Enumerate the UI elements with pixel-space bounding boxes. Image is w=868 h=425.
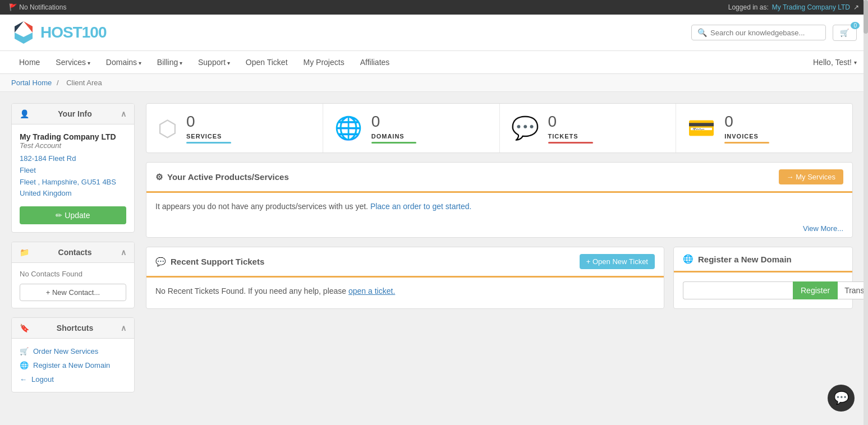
support-icon: 💬: [155, 257, 166, 267]
external-link-icon: ↗: [853, 3, 859, 11]
support-header: 💬 Recent Support Tickets + Open New Tick…: [146, 247, 664, 278]
svg-marker-1: [15, 21, 24, 33]
cart-button[interactable]: 🛒 0: [833, 25, 857, 41]
shortcuts-list: 🛒 Order New Services 🌐 Register a New Do…: [12, 339, 134, 392]
svg-marker-2: [15, 33, 33, 44]
no-contacts-text: No Contacts Found: [20, 270, 126, 278]
domain-search-row: Register Transfer: [683, 281, 843, 299]
shortcuts-header: 🔖 Shortcuts ∧: [12, 318, 134, 339]
nav-my-projects[interactable]: My Projects: [296, 51, 352, 73]
stat-tickets-info: 0 TICKETS: [548, 113, 593, 144]
stat-services[interactable]: ⬡ 0 SERVICES: [146, 104, 323, 153]
shortcuts-chevron[interactable]: ∧: [121, 324, 126, 332]
hello-user[interactable]: Hello, Test!: [813, 58, 857, 67]
domain-icon: 🌐: [683, 254, 694, 264]
services-label: SERVICES: [186, 133, 231, 140]
stat-domains-info: 0 DOMAINS: [371, 113, 416, 144]
products-header: ⚙ Your Active Products/Services → My Ser…: [146, 163, 852, 193]
shortcut-logout[interactable]: ← Logout: [20, 372, 126, 386]
header-right: 🔍 🛒 0: [691, 25, 857, 41]
your-info-panel: 👤 Your Info ∧ My Trading Company LTD Tes…: [11, 103, 135, 233]
your-info-chevron[interactable]: ∧: [121, 109, 126, 118]
your-info-header: 👤 Your Info ∧: [12, 104, 134, 124]
contacts-panel: 📁 Contacts ∧ No Contacts Found + New Con…: [11, 242, 135, 308]
view-more-link[interactable]: View More...: [803, 224, 843, 233]
breadcrumb: Portal Home / Client Area: [0, 74, 868, 92]
new-contact-button[interactable]: + New Contact...: [20, 284, 126, 301]
invoices-icon: 💳: [687, 115, 715, 141]
breadcrumb-separator: /: [57, 78, 59, 87]
open-ticket-link[interactable]: open a ticket.: [348, 287, 395, 295]
nav-links: Home Services Domains Billing Support Op…: [11, 51, 397, 73]
logout-icon: ←: [20, 375, 27, 384]
contacts-header: 📁 Contacts ∧: [12, 242, 134, 263]
bookmark-icon: 🔖: [20, 324, 29, 332]
domain-body: Register Transfer: [674, 272, 852, 308]
nav-bar: Home Services Domains Billing Support Op…: [0, 51, 868, 74]
domain-input[interactable]: [683, 281, 793, 299]
invoices-label: INVOICES: [724, 133, 769, 140]
nav-open-ticket[interactable]: Open Ticket: [238, 51, 296, 73]
update-button[interactable]: ✏ Update: [20, 206, 126, 224]
search-box[interactable]: 🔍: [691, 25, 826, 40]
stat-invoices-info: 0 INVOICES: [724, 113, 769, 144]
shortcut-order-services[interactable]: 🛒 Order New Services: [20, 344, 126, 358]
chat-button[interactable]: 💬: [828, 385, 855, 412]
main-content: 👤 Your Info ∧ My Trading Company LTD Tes…: [0, 92, 864, 413]
shortcut-register-domain[interactable]: 🌐 Register a New Domain: [20, 358, 126, 372]
logged-in-info: Logged in as: My Trading Company LTD ↗: [728, 3, 859, 11]
company-name: My Trading Company LTD: [20, 132, 126, 141]
contacts-chevron[interactable]: ∧: [121, 248, 126, 257]
stat-tickets[interactable]: 💬 0 TICKETS: [500, 104, 677, 153]
breadcrumb-portal-home[interactable]: Portal Home: [11, 78, 52, 87]
nav-services[interactable]: Services: [48, 51, 98, 73]
account-type: Test Account: [20, 141, 126, 150]
address-line-3: Fleet , Hampshire, GU51 4BS: [20, 177, 126, 188]
folder-icon: 📁: [20, 248, 29, 257]
support-body: No Recent Tickets Found. If you need any…: [146, 278, 664, 304]
scrollbar-thumb[interactable]: [864, 0, 868, 34]
domain-panel: 🌐 Register a New Domain Register Transfe…: [673, 247, 853, 309]
flag-icon: 🚩: [9, 3, 17, 11]
place-order-link[interactable]: Place an order to get started.: [370, 202, 472, 211]
top-bar: 🚩 No Notifications Logged in as: My Trad…: [0, 0, 868, 15]
nav-domains[interactable]: Domains: [98, 51, 149, 73]
logo-icon: [11, 20, 36, 45]
nav-support[interactable]: Support: [190, 51, 238, 73]
address-line-2: Fleet: [20, 165, 126, 177]
domains-label: DOMAINS: [371, 133, 416, 140]
bottom-panels: 💬 Recent Support Tickets + Open New Tick…: [146, 247, 853, 309]
cart-badge: 0: [851, 22, 860, 29]
services-bar: [186, 142, 231, 144]
products-icon: ⚙: [155, 172, 163, 182]
notifications[interactable]: 🚩 No Notifications: [9, 3, 66, 11]
register-domain-button[interactable]: Register: [793, 281, 838, 299]
company-link[interactable]: My Trading Company LTD: [772, 3, 850, 11]
address-line-4: United Kingdom: [20, 188, 126, 200]
logo[interactable]: HOST100: [11, 20, 107, 45]
stat-domains[interactable]: 🌐 0 DOMAINS: [323, 104, 500, 153]
globe-icon: 🌐: [20, 361, 29, 369]
search-input[interactable]: [710, 29, 820, 37]
main-panel: ⬡ 0 SERVICES 🌐 0 DOMAINS 💬 0: [146, 103, 853, 401]
cart-icon: 🛒: [20, 347, 29, 355]
domains-icon: 🌐: [334, 115, 362, 141]
user-icon: 👤: [20, 109, 29, 118]
contacts-body: No Contacts Found + New Contact...: [12, 263, 134, 308]
stat-invoices[interactable]: 💳 0 INVOICES: [676, 104, 852, 153]
domains-count: 0: [371, 113, 416, 131]
scrollbar[interactable]: [864, 0, 868, 413]
nav-billing[interactable]: Billing: [149, 51, 190, 73]
tickets-count: 0: [548, 113, 593, 131]
nav-affiliates[interactable]: Affiliates: [352, 51, 398, 73]
nav-home[interactable]: Home: [11, 51, 48, 73]
stat-services-info: 0 SERVICES: [186, 113, 231, 144]
stats-row: ⬡ 0 SERVICES 🌐 0 DOMAINS 💬 0: [146, 103, 853, 153]
your-info-body: My Trading Company LTD Test Account 182-…: [12, 124, 134, 232]
products-title: ⚙ Your Active Products/Services: [155, 172, 289, 182]
invoices-bar: [724, 142, 769, 144]
my-services-button[interactable]: → My Services: [779, 169, 843, 184]
search-icon: 🔍: [697, 28, 707, 37]
view-more: View More...: [146, 220, 852, 237]
open-new-ticket-button[interactable]: + Open New Ticket: [580, 254, 655, 269]
